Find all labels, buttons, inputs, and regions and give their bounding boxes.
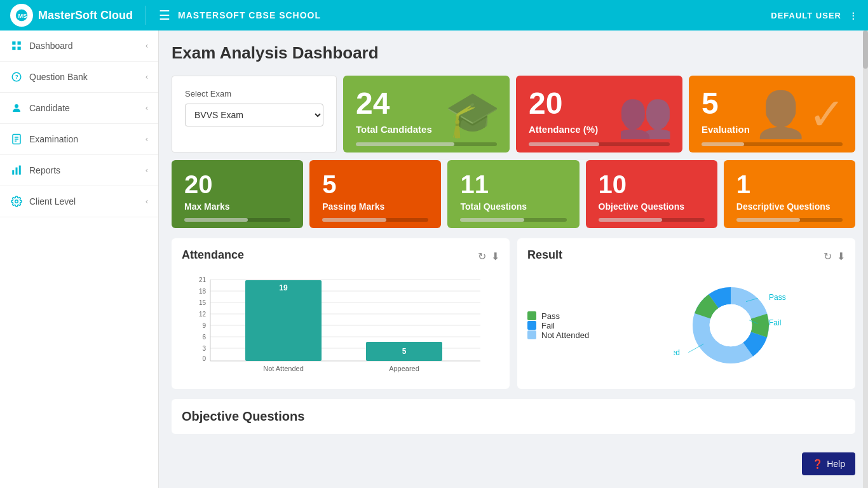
nav-divider	[146, 6, 146, 25]
svg-rect-14	[16, 168, 18, 175]
descriptive-questions-label: Descriptive Questions	[736, 201, 843, 212]
menu-icon[interactable]: ☰	[159, 8, 170, 23]
svg-rect-4	[12, 47, 15, 50]
svg-text:Pass: Pass	[769, 293, 786, 302]
max-marks-number: 20	[184, 170, 290, 199]
stat-card-total-questions: 11 Total Questions	[447, 160, 579, 228]
svg-text:12: 12	[199, 311, 207, 318]
scrollbar-thumb[interactable]	[863, 30, 868, 69]
layout: Dashboard ‹ ? Question Bank ‹ Candidate …	[0, 30, 868, 488]
user-menu-icon[interactable]: ⋮	[849, 11, 858, 20]
chevron-icon: ‹	[146, 72, 148, 81]
help-icon: ❓	[812, 459, 823, 469]
svg-text:Fail: Fail	[769, 318, 781, 327]
bar-not-attended	[245, 280, 322, 361]
refresh-icon[interactable]: ↻	[478, 250, 486, 262]
chevron-icon: ‹	[146, 104, 148, 112]
result-content: Pass Fail Not Attended	[527, 274, 845, 376]
sidebar-label-examination: Examination	[29, 134, 78, 144]
svg-point-8	[15, 104, 18, 108]
stat-card-total-candidates: 24 Total Candidates 🎓	[343, 76, 510, 152]
result-chart-toolbar: ↻ ⬇	[824, 250, 845, 262]
fail-dot	[527, 321, 536, 330]
stat-bar-sm	[599, 218, 705, 222]
fail-label: Fail	[541, 321, 555, 330]
help-label: Help	[827, 459, 845, 469]
svg-text:5: 5	[402, 347, 407, 356]
logo-icon: MS	[10, 4, 33, 27]
attendance-bar-chart: 21 18 15 12 9 6 3 0	[182, 274, 499, 376]
dashboard-icon	[10, 39, 23, 52]
sidebar-label-candidate: Candidate	[29, 103, 70, 113]
stat-bar	[356, 142, 497, 146]
stats-top-row: Select Exam BVVS Exam 24 Total Candidate…	[172, 76, 855, 152]
chevron-icon: ‹	[146, 135, 148, 144]
passing-marks-number: 5	[322, 170, 428, 199]
svg-text:Appeared: Appeared	[389, 365, 419, 372]
sidebar-label-question-bank: Question Bank	[29, 72, 88, 82]
candidate-icon	[10, 102, 23, 114]
donut-chart-area: Pass Fail Not Attended	[616, 274, 845, 376]
sidebar: Dashboard ‹ ? Question Bank ‹ Candidate …	[0, 30, 159, 488]
select-exam-card: Select Exam BVVS Exam	[172, 76, 337, 152]
topnav-left: MS MasterSoft Cloud ☰ MASTERSOFT CBSE SC…	[10, 4, 321, 27]
objective-questions-number: 10	[599, 170, 705, 199]
question-bank-icon: ?	[10, 71, 23, 83]
svg-text:?: ?	[15, 74, 18, 80]
exam-select[interactable]: BVVS Exam	[185, 104, 323, 126]
sidebar-item-reports[interactable]: Reports ‹	[0, 155, 158, 186]
svg-rect-2	[12, 41, 15, 44]
stat-card-objective-questions: 10 Objective Questions	[586, 160, 717, 228]
sidebar-item-question-bank[interactable]: ? Question Bank ‹	[0, 62, 158, 93]
svg-text:19: 19	[279, 283, 288, 292]
total-questions-number: 11	[460, 170, 566, 199]
examination-icon	[10, 133, 23, 146]
legend-fail: Fail	[527, 321, 604, 330]
stat-bar-sm	[736, 218, 843, 222]
svg-text:0: 0	[202, 355, 206, 362]
reports-icon	[10, 164, 23, 177]
objective-questions-section: Objective Questions	[172, 399, 855, 434]
sidebar-item-dashboard[interactable]: Dashboard ‹	[0, 30, 158, 62]
attendance-chart-card: Attendance ↻ ⬇ 21 18 15 12 9 6 3 0	[172, 238, 510, 389]
school-name: MASTERSOFT CBSE SCHOOL	[178, 10, 321, 20]
svg-text:3: 3	[202, 345, 206, 352]
max-marks-label: Max Marks	[184, 201, 290, 212]
refresh-icon[interactable]: ↻	[824, 250, 832, 262]
graduates-icon: 🎓	[445, 88, 500, 140]
topnav: MS MasterSoft Cloud ☰ MASTERSOFT CBSE SC…	[0, 0, 868, 30]
result-chart-card: Result ↻ ⬇ Pass Fail	[517, 238, 855, 389]
not-attended-label: Not Attended	[541, 330, 589, 340]
svg-rect-13	[12, 170, 14, 175]
objective-questions-label: Objective Questions	[599, 201, 705, 212]
sidebar-item-examination[interactable]: Examination ‹	[0, 124, 158, 155]
pass-label: Pass	[541, 311, 560, 321]
stat-card-evaluation: 5 Evaluation 👤✓	[689, 76, 855, 152]
pass-dot	[527, 311, 536, 320]
sidebar-label-client-level: Client Level	[29, 196, 76, 207]
chevron-icon: ‹	[146, 166, 148, 175]
stat-card-max-marks: 20 Max Marks	[172, 160, 303, 228]
stats-bottom-row: 20 Max Marks 5 Passing Marks 11 Total Qu…	[172, 160, 855, 228]
download-icon[interactable]: ⬇	[491, 250, 499, 262]
download-icon[interactable]: ⬇	[837, 250, 845, 262]
stat-card-passing-marks: 5 Passing Marks	[309, 160, 441, 228]
result-chart-title: Result	[527, 248, 562, 262]
attendance-chart-title: Attendance	[182, 248, 244, 262]
sidebar-item-candidate[interactable]: Candidate ‹	[0, 93, 158, 124]
svg-rect-3	[18, 41, 21, 44]
client-level-icon	[10, 195, 23, 208]
sidebar-item-client-level[interactable]: Client Level ‹	[0, 186, 158, 217]
help-button[interactable]: ❓ Help	[802, 452, 855, 475]
svg-text:6: 6	[202, 334, 206, 341]
stat-bar-sm	[460, 218, 566, 222]
objective-questions-title: Objective Questions	[182, 409, 845, 424]
topnav-right: DEFAULT USER ⋮	[771, 11, 858, 20]
chevron-icon: ‹	[146, 197, 148, 206]
svg-text:21: 21	[199, 276, 207, 283]
main-content: Exam Analysis Dashboard Select Exam BVVS…	[159, 30, 868, 488]
passing-marks-label: Passing Marks	[322, 201, 428, 212]
logo-svg: MS	[15, 8, 29, 22]
stat-card-descriptive-questions: 1 Descriptive Questions	[724, 160, 855, 228]
total-questions-label: Total Questions	[460, 201, 566, 212]
